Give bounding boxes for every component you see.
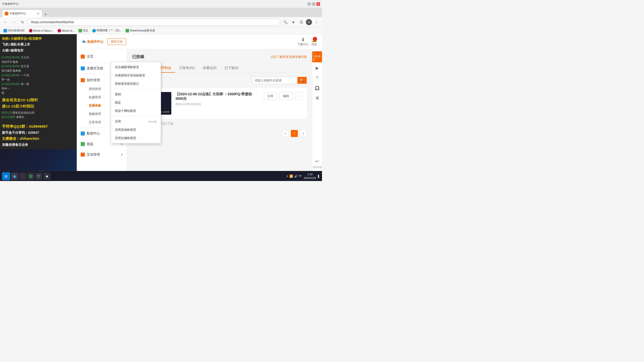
ctx-item-move-tab[interactable]: 将标签页移至新口 bbox=[111, 80, 161, 88]
tray-net-icon: 📶 bbox=[289, 174, 293, 178]
notification-button[interactable]: 🔔 5 消息 bbox=[311, 37, 317, 46]
search-icon-button[interactable]: 🔍 bbox=[282, 19, 289, 26]
minimize-button[interactable]: ─ bbox=[307, 2, 311, 6]
context-menu: 在右侧新增标签页 向新群组中添加标签页 将标签页移至新口 复制 固定 将这个网站… bbox=[111, 62, 161, 144]
bookmark-weakauras-icon bbox=[126, 29, 129, 32]
sidebar-section-main: 主页 bbox=[77, 52, 127, 61]
show-desktop-button[interactable]: ▌ bbox=[318, 175, 320, 178]
headset-right-icon[interactable]: 🎧 bbox=[313, 83, 322, 93]
tab-rejected[interactable]: 未通过(0) bbox=[199, 64, 221, 73]
more-button[interactable]: ··· bbox=[295, 92, 303, 100]
search-input-wrap: 🔍 bbox=[252, 77, 307, 84]
maximize-button[interactable]: □ bbox=[312, 2, 315, 6]
download-center-button[interactable]: ⬇ 下载中心 bbox=[297, 37, 308, 46]
wechat-note: 加微信请备注业务 bbox=[2, 142, 75, 148]
bookmark-icon-button[interactable]: ★ bbox=[290, 19, 297, 26]
stream-accent-line2: 接12-15层小时陪玩 bbox=[2, 103, 75, 110]
refresh-button[interactable]: ↻ bbox=[19, 19, 26, 26]
search-input[interactable] bbox=[252, 77, 297, 84]
share-button[interactable]: 分享 bbox=[264, 92, 277, 100]
menu-icon-button[interactable]: ⋮ bbox=[313, 19, 320, 26]
bookmark-bilibili-icon bbox=[92, 29, 96, 32]
chat-msg-8: 在pk→ bbox=[2, 86, 75, 91]
back-right-icon[interactable]: ↩ bbox=[313, 157, 322, 166]
gift-button[interactable]: 🎁 礼物 套装 bbox=[312, 51, 322, 62]
taskbar-wow2-icon[interactable]: 🛡 bbox=[35, 173, 42, 180]
taskbar-tray: ∧ 📶 🔊 中 bbox=[286, 174, 302, 178]
taskbar-extra-icon[interactable]: ◆ bbox=[43, 173, 50, 180]
tray-up-icon[interactable]: ∧ bbox=[286, 174, 288, 178]
ctx-item-add-group[interactable]: 向新群组中添加标签页 bbox=[111, 71, 161, 80]
chat-msg-4: 你们都打鬼单挑 bbox=[2, 69, 75, 73]
chat-msg-9: 把 bbox=[2, 91, 75, 95]
taskbar-wow-icon[interactable]: ⚔ bbox=[19, 173, 26, 180]
ctx-item-close-right[interactable]: 关闭右侧标签页 bbox=[111, 134, 161, 142]
page-1-button[interactable]: 1 bbox=[291, 130, 298, 137]
monitor-right-icon[interactable]: 🖥 bbox=[313, 94, 322, 103]
bookmark-weakauras[interactable]: WeakAuras@林无双 bbox=[124, 28, 157, 33]
video-icon: ▶ bbox=[316, 66, 319, 70]
edge-icon: ◉ bbox=[13, 174, 16, 178]
creation-mgmt-label: 创作管理 bbox=[87, 78, 100, 82]
bookmark-bilibili[interactable]: 哔哩哔哩（""：'JO... bbox=[91, 28, 123, 33]
ctx-item-new-tab[interactable]: 在右侧新增标签页 bbox=[111, 63, 161, 71]
stream-line2: 飞机=插队补票上车 bbox=[2, 41, 75, 47]
sidebar-item-interaction-mgmt[interactable]: 互动管理 ▾ bbox=[77, 150, 127, 159]
bookmark-wow2[interactable]: World of... bbox=[56, 28, 76, 33]
notification-icon: 🔔 5 bbox=[311, 37, 317, 42]
video-right-icon[interactable]: ▶ bbox=[313, 63, 322, 72]
prev-page-button[interactable]: ‹ bbox=[282, 130, 289, 137]
ctx-close-shortcut: Ctrl+W bbox=[148, 120, 157, 123]
back-right-section: ↩ 返回旧版 bbox=[313, 157, 322, 169]
start-button[interactable]: ⊞ bbox=[2, 172, 10, 180]
ctx-item-close[interactable]: 关闭 Ctrl+W bbox=[111, 117, 161, 126]
forward-button[interactable]: → bbox=[11, 19, 18, 26]
bookmark-follow[interactable]: 关注 bbox=[77, 28, 90, 33]
interaction-mgmt-icon bbox=[81, 153, 85, 157]
taskbar-addon-icon[interactable]: 🐉 bbox=[27, 173, 34, 180]
ctx-close-others-label: 关闭其他标签页 bbox=[115, 128, 136, 132]
ctx-mute-label: 将这个网站静音 bbox=[115, 109, 136, 113]
download-label: 下载中心 bbox=[297, 42, 308, 46]
next-page-button[interactable]: › bbox=[300, 130, 307, 137]
tab-published-label: 已发布(41) bbox=[179, 66, 195, 70]
return-to-main-button[interactable]: 返回主站 bbox=[107, 38, 126, 45]
window-controls: ─ □ ✕ bbox=[307, 2, 320, 6]
wow2-icon: 🛡 bbox=[37, 174, 41, 178]
help-right-icon[interactable]: ? bbox=[313, 73, 322, 82]
ctx-add-group-label: 向新群组中添加标签页 bbox=[115, 73, 145, 78]
ctx-item-copy[interactable]: 复制 bbox=[111, 90, 161, 99]
tab-taken-down[interactable]: 已下架(0) bbox=[221, 64, 243, 73]
ctx-item-pin[interactable]: 固定 bbox=[111, 99, 161, 107]
taskbar-clock: 1:10 2024/12/9 bbox=[304, 172, 316, 180]
bookmark-bilibili-label: 哔哩哔哩（""：'JO... bbox=[97, 29, 122, 32]
new-tab-button[interactable]: + bbox=[44, 12, 47, 17]
address-bar[interactable] bbox=[28, 19, 280, 26]
tray-sound-icon: 🔊 bbox=[294, 174, 298, 178]
taskbar-browser-icon[interactable]: ◉ bbox=[11, 173, 18, 180]
bookmark-nga[interactable]: NGA游戏社区 bbox=[2, 28, 26, 33]
sidebar-item-home[interactable]: 主页 bbox=[77, 52, 127, 61]
page-title: 已投稿 bbox=[132, 54, 144, 60]
edit-button[interactable]: 编辑 bbox=[279, 92, 293, 100]
tab-close-button[interactable]: ✕ bbox=[37, 12, 39, 15]
ctx-item-close-others[interactable]: 关闭其他标签页 bbox=[111, 126, 161, 134]
wow-taskbar-icon: ⚔ bbox=[21, 174, 24, 178]
close-button[interactable]: ✕ bbox=[316, 2, 320, 6]
help-link[interactable]: 点击了解更多直播录像问题 bbox=[271, 55, 307, 59]
data-center-label: 数据中心 bbox=[87, 131, 100, 136]
gift-label: 礼物 套装 bbox=[313, 55, 321, 61]
interaction-mgmt-label: 互动管理 bbox=[87, 152, 100, 157]
ctx-copy-label: 复制 bbox=[115, 92, 121, 97]
browser-tab[interactable]: 斗鱼创作中心 ✕ bbox=[2, 10, 42, 17]
home-label: 主页 bbox=[87, 54, 93, 59]
search-button[interactable]: 🔍 bbox=[297, 77, 307, 84]
addon-icon: 🐉 bbox=[29, 174, 33, 178]
back-button[interactable]: ← bbox=[2, 19, 9, 26]
extension-icon-button[interactable]: ☰ bbox=[298, 19, 305, 26]
ctx-item-mute[interactable]: 将这个网站静音 bbox=[111, 107, 161, 115]
tab-published[interactable]: 已发布(41) bbox=[175, 64, 199, 73]
bookmark-nga-icon bbox=[4, 29, 7, 32]
user-avatar[interactable]: U bbox=[306, 19, 312, 25]
bookmark-wow1[interactable]: World of Warcr... bbox=[27, 28, 55, 33]
